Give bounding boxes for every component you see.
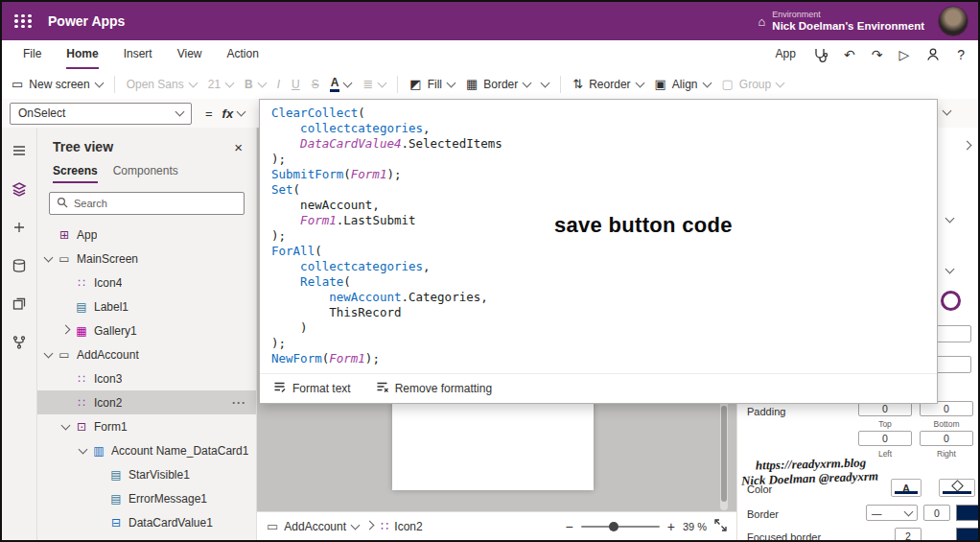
tree-item-label1[interactable]: ▤Label1: [37, 295, 256, 318]
tree-item-errormessage1[interactable]: ▤ErrorMessage1: [37, 486, 256, 510]
chevron-down-icon[interactable]: [79, 444, 88, 454]
reorder-button[interactable]: ⇅ Reorder: [572, 77, 642, 91]
form-icon: ⊡: [74, 420, 89, 434]
share-person-icon[interactable]: [925, 47, 941, 62]
new-screen-button[interactable]: ▭ New screen: [12, 77, 103, 91]
property-dropdown-chevron-icon[interactable]: [945, 214, 955, 224]
border-width-input[interactable]: 0: [923, 505, 950, 521]
font-size-dropdown[interactable]: 21: [208, 78, 233, 91]
chevron-down-icon[interactable]: [44, 348, 54, 358]
tree-item-label: StarVisible1: [128, 468, 190, 482]
text-align-button[interactable]: ≣: [362, 77, 385, 91]
chevron-down-icon[interactable]: [61, 420, 71, 430]
annotation-save-button-code: save button code: [554, 213, 733, 238]
chevron-down-icon[interactable]: [44, 252, 54, 262]
tree-item-icon3[interactable]: ∷Icon3: [37, 366, 256, 390]
search-input[interactable]: Search: [49, 192, 245, 215]
menu-insert[interactable]: Insert: [124, 40, 152, 69]
app-launcher-icon[interactable]: [14, 14, 33, 29]
media-icon[interactable]: [10, 295, 29, 314]
menu-file[interactable]: File: [23, 40, 41, 69]
insert-plus-icon[interactable]: [10, 218, 29, 237]
padding-left-input[interactable]: 0: [858, 431, 912, 446]
chevron-down-icon: [635, 78, 644, 87]
format-text-button[interactable]: Format text: [273, 381, 351, 396]
top-app-bar: Power Apps ⌂ Environment Nick Doelman's …: [2, 2, 978, 40]
tree-item-account-name-datacard1[interactable]: ▥Account Name_DataCard1: [37, 438, 256, 462]
strikethrough-button[interactable]: S: [312, 78, 319, 91]
code-line: newAccount,: [271, 198, 925, 213]
close-icon[interactable]: ×: [234, 140, 243, 154]
icon-icon: ∷: [74, 396, 89, 410]
undo-icon[interactable]: ↶: [844, 47, 855, 62]
screen-selector[interactable]: ▭ AddAccount: [267, 519, 359, 533]
font-color-button[interactable]: A: [331, 76, 352, 92]
hamburger-menu-icon[interactable]: [10, 141, 29, 160]
group-button[interactable]: ▢ Group: [722, 77, 784, 91]
bold-button[interactable]: B: [245, 78, 266, 91]
app-menu[interactable]: App: [776, 47, 796, 62]
tree-item-gallery1[interactable]: ▦Gallery1: [37, 318, 256, 342]
app-icon: ⊞: [57, 228, 72, 242]
border-button[interactable]: ▦ Border: [466, 77, 530, 91]
border-color-swatch[interactable]: [956, 505, 980, 521]
fx-button[interactable]: fx: [222, 106, 245, 121]
property-selector[interactable]: OnSelect: [10, 103, 192, 125]
data-sources-icon[interactable]: [10, 256, 29, 275]
fill-color-swatch-button[interactable]: [939, 479, 975, 497]
font-family-dropdown[interactable]: Open Sans: [127, 78, 197, 91]
play-preview-icon[interactable]: ▷: [898, 47, 909, 62]
app-title: Power Apps: [48, 13, 125, 29]
underline-button[interactable]: U: [292, 78, 300, 91]
selected-control-breadcrumb[interactable]: ∷ Icon2: [381, 519, 423, 533]
canvas-status-bar: ▭ AddAccount ∷ Icon2 − + 39 %: [257, 511, 736, 540]
redo-icon[interactable]: ↷: [872, 47, 883, 62]
fit-to-window-icon[interactable]: [714, 519, 727, 534]
chevron-down-icon: [257, 78, 267, 87]
property-dropdown-chevron-icon[interactable]: [945, 265, 955, 274]
padding-right-input[interactable]: 0: [920, 431, 973, 446]
datacard-icon: ▥: [91, 444, 106, 458]
help-icon[interactable]: ?: [957, 47, 965, 62]
fill-button[interactable]: ◩ Fill: [409, 77, 455, 91]
border-style-dropdown[interactable]: —: [866, 505, 918, 521]
tree-item-icon2[interactable]: ∷Icon2···: [37, 390, 256, 414]
environment-selector[interactable]: Environment Nick Doelman's Environment: [772, 10, 924, 33]
zoom-out-button[interactable]: −: [566, 519, 573, 534]
font-color-swatch-button[interactable]: A: [891, 479, 922, 497]
more-options-icon[interactable]: ···: [232, 396, 246, 410]
align-button[interactable]: ▣ Align: [655, 77, 711, 91]
zoom-slider[interactable]: [581, 521, 660, 532]
toggle-icon[interactable]: [941, 291, 961, 311]
tree-item-label: Form1: [94, 420, 128, 434]
tree-item-starvisible1[interactable]: ▤StarVisible1: [37, 462, 256, 486]
formula-collapse-chevron-icon[interactable]: [943, 106, 952, 116]
tree-item-icon4[interactable]: ∷Icon4: [37, 271, 256, 295]
advanced-tools-icon[interactable]: [10, 333, 29, 352]
panel-expand-chevron-icon[interactable]: [963, 141, 972, 151]
chevron-down-icon: [351, 520, 361, 530]
tree-item-app[interactable]: ⊞App: [37, 223, 256, 247]
tree-item-form1[interactable]: ⊡Form1: [37, 414, 256, 438]
tree-item-datacardvalue1[interactable]: ⊟DataCardValue1: [37, 510, 256, 534]
more-formatting-button[interactable]: [542, 82, 548, 86]
tab-screens[interactable]: Screens: [53, 164, 98, 183]
menu-view[interactable]: View: [177, 40, 202, 69]
chevron-right-icon[interactable]: [61, 324, 71, 334]
menu-action[interactable]: Action: [227, 40, 259, 69]
menu-home[interactable]: Home: [66, 40, 98, 69]
zoom-level: 39 %: [683, 521, 707, 532]
italic-button[interactable]: I: [277, 78, 280, 91]
chevron-down-icon: [225, 78, 235, 87]
avatar[interactable]: [938, 6, 968, 36]
tab-components[interactable]: Components: [113, 164, 178, 183]
focused-border-color-swatch[interactable]: [956, 528, 980, 542]
zoom-in-button[interactable]: +: [667, 519, 675, 534]
focused-border-width-input[interactable]: 2: [895, 528, 922, 542]
tree-view-icon[interactable]: [10, 179, 29, 199]
tree-item-addaccount[interactable]: ▭AddAccount: [37, 342, 256, 366]
app-checker-icon[interactable]: [812, 47, 828, 62]
tree-item-mainscreen[interactable]: ▭MainScreen: [37, 247, 256, 271]
remove-formatting-button[interactable]: Remove formatting: [376, 381, 492, 396]
format-toolbar: ▭ New screen Open Sans 21 B I U S A ≣ ◩ …: [2, 69, 978, 100]
